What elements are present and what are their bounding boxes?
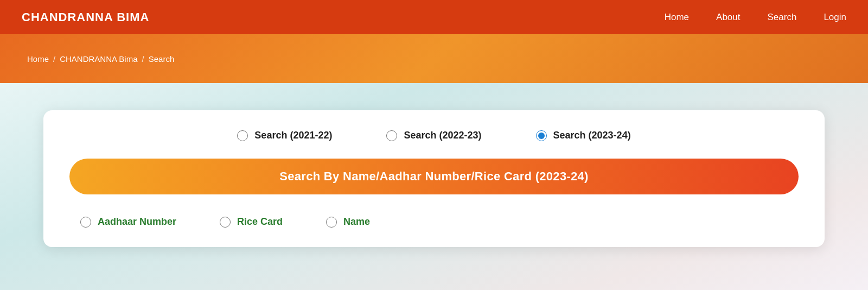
search-type-name[interactable]: Name <box>326 216 370 228</box>
nav-link-search[interactable]: Search <box>768 12 797 22</box>
nav-item-search[interactable]: Search <box>768 12 797 23</box>
navbar-links: Home About Search Login <box>665 12 846 23</box>
breadcrumb: Home / CHANDRANNA Bima / Search <box>27 54 174 64</box>
navbar: CHANDRANNA BIMA Home About Search Login <box>0 0 868 34</box>
year-label-2021[interactable]: Search (2021-22) <box>254 130 332 141</box>
year-option-2022[interactable]: Search (2022-23) <box>386 130 481 141</box>
nav-link-about[interactable]: About <box>716 12 740 22</box>
nav-item-login[interactable]: Login <box>824 12 846 23</box>
year-radio-2021[interactable] <box>237 130 248 141</box>
main-content: Search (2021-22) Search (2022-23) Search… <box>0 83 868 290</box>
year-selection: Search (2021-22) Search (2022-23) Search… <box>69 130 799 141</box>
breadcrumb-sep-1: / <box>53 54 55 64</box>
year-option-2021[interactable]: Search (2021-22) <box>237 130 332 141</box>
navbar-brand: CHANDRANNA BIMA <box>22 10 149 24</box>
nav-link-home[interactable]: Home <box>665 12 689 22</box>
search-type-label-ricecard[interactable]: Rice Card <box>237 216 283 228</box>
nav-link-login[interactable]: Login <box>824 12 846 22</box>
search-type-selection: Aadhaar Number Rice Card Name <box>69 211 799 228</box>
breadcrumb-home[interactable]: Home <box>27 54 49 64</box>
breadcrumb-search: Search <box>149 54 175 64</box>
search-type-radio-name[interactable] <box>326 217 337 228</box>
search-type-aadhaar[interactable]: Aadhaar Number <box>80 216 176 228</box>
search-banner-text: Search By Name/Aadhar Number/Rice Card (… <box>279 169 589 183</box>
year-radio-2023[interactable] <box>536 130 547 141</box>
breadcrumb-sep-2: / <box>142 54 144 64</box>
search-type-radio-ricecard[interactable] <box>220 217 231 228</box>
search-banner: Search By Name/Aadhar Number/Rice Card (… <box>69 159 799 194</box>
search-type-radio-aadhaar[interactable] <box>80 217 91 228</box>
search-type-ricecard[interactable]: Rice Card <box>220 216 283 228</box>
year-option-2023[interactable]: Search (2023-24) <box>536 130 631 141</box>
nav-item-about[interactable]: About <box>716 12 740 23</box>
breadcrumb-chandranna[interactable]: CHANDRANNA Bima <box>60 54 137 64</box>
year-radio-2022[interactable] <box>386 130 397 141</box>
search-type-label-aadhaar[interactable]: Aadhaar Number <box>98 216 176 228</box>
breadcrumb-section: Home / CHANDRANNA Bima / Search <box>0 34 868 83</box>
year-label-2023[interactable]: Search (2023-24) <box>553 130 631 141</box>
year-label-2022[interactable]: Search (2022-23) <box>404 130 481 141</box>
search-card: Search (2021-22) Search (2022-23) Search… <box>43 110 825 247</box>
search-type-label-name[interactable]: Name <box>343 216 370 228</box>
nav-item-home[interactable]: Home <box>665 12 689 23</box>
